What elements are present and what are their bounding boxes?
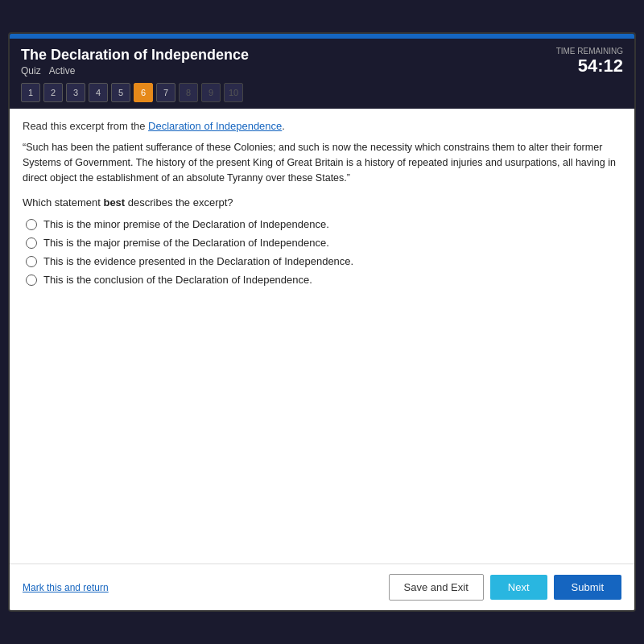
question-start: Which statement — [23, 196, 103, 208]
excerpt-text: “Such has been the patient sufferance of… — [23, 140, 621, 185]
submit-button[interactable]: Submit — [554, 575, 621, 600]
prompt-text: Read this excerpt from the — [23, 120, 148, 132]
footer-buttons: Save and Exit Next Submit — [389, 574, 621, 601]
answer-option-4[interactable]: This is the conclusion of the Declaratio… — [26, 274, 621, 286]
active-label: Active — [49, 65, 76, 76]
header-left: The Declaration of Independence Quiz Act… — [21, 47, 249, 102]
quiz-label: Quiz — [21, 65, 41, 76]
question-end: describes the excerpt? — [125, 196, 233, 208]
answer-text-1: This is the minor premise of the Declara… — [43, 218, 329, 230]
answer-option-3[interactable]: This is the evidence presented in the De… — [26, 255, 621, 267]
answer-text-4: This is the conclusion of the Declaratio… — [43, 274, 312, 286]
nav-btn-3[interactable]: 3 — [66, 83, 85, 102]
main-content: Read this excerpt from the Declaration o… — [10, 109, 634, 564]
save-exit-button[interactable]: Save and Exit — [389, 574, 484, 601]
footer: Mark this and return Save and Exit Next … — [10, 564, 634, 610]
timer-area: TIME REMAINING 54:12 — [556, 47, 623, 76]
time-value: 54:12 — [556, 56, 623, 76]
radio-4[interactable] — [26, 275, 37, 286]
nav-btn-4[interactable]: 4 — [89, 83, 108, 102]
content-area: The Declaration of Independence Quiz Act… — [10, 39, 634, 610]
answer-option-2[interactable]: This is the major premise of the Declara… — [26, 237, 621, 249]
radio-3[interactable] — [26, 256, 37, 267]
question-text: Which statement best describes the excer… — [23, 196, 621, 208]
nav-btn-2[interactable]: 2 — [43, 83, 63, 102]
next-button[interactable]: Next — [490, 575, 547, 600]
answer-option-1[interactable]: This is the minor premise of the Declara… — [26, 218, 621, 230]
mark-return-link[interactable]: Mark this and return — [23, 582, 109, 593]
nav-btn-8[interactable]: 8 — [179, 83, 198, 102]
quiz-title: The Declaration of Independence — [21, 47, 249, 64]
header: The Declaration of Independence Quiz Act… — [10, 39, 634, 109]
answer-text-2: This is the major premise of the Declara… — [43, 237, 329, 249]
nav-btn-5[interactable]: 5 — [111, 83, 130, 102]
nav-btn-9[interactable]: 9 — [201, 83, 221, 102]
time-remaining-label: TIME REMAINING — [556, 47, 623, 56]
question-bold: best — [103, 196, 125, 208]
radio-1[interactable] — [26, 219, 37, 230]
nav-btn-1[interactable]: 1 — [21, 83, 40, 102]
nav-btn-7[interactable]: 7 — [156, 83, 175, 102]
answer-text-3: This is the evidence presented in the De… — [43, 255, 353, 267]
nav-btn-10[interactable]: 10 — [224, 83, 243, 102]
radio-2[interactable] — [26, 237, 37, 249]
excerpt-prompt: Read this excerpt from the Declaration o… — [23, 120, 621, 132]
quiz-status: Quiz Active — [21, 65, 249, 76]
nav-btn-6[interactable]: 6 — [134, 83, 153, 102]
answer-options: This is the minor premise of the Declara… — [26, 218, 621, 286]
question-nav: 1 2 3 4 5 6 7 8 9 10 — [21, 83, 249, 102]
excerpt-link[interactable]: Declaration of Independence — [148, 120, 282, 132]
screen-bezel: The Declaration of Independence Quiz Act… — [8, 32, 636, 612]
prompt-end: . — [282, 120, 285, 132]
